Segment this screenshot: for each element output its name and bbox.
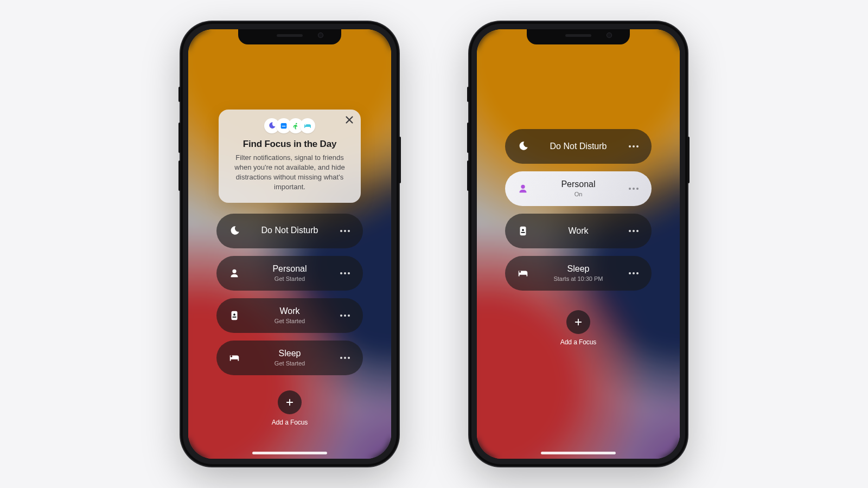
moon-icon	[517, 140, 529, 152]
add-focus-label: Add a Focus	[272, 419, 308, 426]
volume-down	[467, 160, 469, 191]
person-icon	[517, 183, 529, 195]
focus-sublabel: On	[531, 191, 626, 198]
plus-icon	[573, 317, 583, 327]
more-button[interactable]	[337, 230, 353, 232]
focus-list: Do Not Disturb PersonalGet Started WorkG…	[216, 214, 363, 375]
focus-sublabel: Get Started	[242, 318, 337, 325]
focus-sleep[interactable]: SleepStarts at 10:30 PM	[505, 256, 652, 291]
more-button[interactable]	[337, 272, 353, 274]
volume-up	[178, 123, 181, 153]
focus-sublabel: Get Started	[242, 275, 337, 282]
bed-icon	[228, 352, 240, 364]
more-button[interactable]	[337, 314, 353, 317]
display-notch	[238, 29, 341, 44]
svg-rect-1	[281, 123, 287, 125]
focus-label: Do Not Disturb	[242, 226, 337, 236]
focus-sheet: Do Not Disturb PersonalOn Work	[477, 29, 680, 459]
home-indicator[interactable]	[541, 452, 616, 454]
intro-icon-row	[228, 118, 351, 133]
svg-point-7	[522, 229, 524, 231]
focus-label: Sleep	[242, 349, 337, 359]
focus-list: Do Not Disturb PersonalOn Work	[505, 129, 652, 291]
intro-card: Find Focus in the Day Filter notificatio…	[219, 110, 361, 203]
focus-label: Sleep	[531, 264, 626, 274]
plus-icon	[285, 397, 295, 407]
focus-sleep[interactable]: SleepGet Started	[216, 341, 363, 375]
add-focus-button[interactable]	[278, 390, 302, 414]
svg-rect-2	[282, 126, 286, 126]
focus-work[interactable]: Work	[505, 214, 652, 248]
more-button[interactable]	[626, 230, 642, 232]
marketing-stage: Find Focus in the Day Filter notificatio…	[0, 0, 868, 488]
side-button	[687, 137, 690, 183]
focus-sheet: Find Focus in the Day Filter notificatio…	[188, 29, 391, 459]
display-notch	[527, 29, 630, 44]
phone-right: Do Not Disturb PersonalOn Work	[469, 22, 687, 466]
svg-rect-5	[232, 317, 236, 318]
focus-personal-active[interactable]: PersonalOn	[505, 171, 652, 206]
phone-left: Find Focus in the Day Filter notificatio…	[181, 22, 399, 466]
side-button	[399, 137, 401, 183]
volume-up	[467, 123, 469, 153]
volume-down	[178, 160, 181, 191]
svg-point-4	[233, 313, 235, 316]
focus-label: Do Not Disturb	[531, 142, 626, 152]
badge-icon	[517, 225, 529, 237]
bed-icon	[300, 118, 315, 133]
svg-rect-8	[521, 232, 525, 233]
more-button[interactable]	[337, 357, 353, 359]
moon-icon	[228, 225, 240, 237]
focus-dnd[interactable]: Do Not Disturb	[505, 129, 652, 164]
badge-icon	[228, 310, 240, 322]
more-button[interactable]	[626, 145, 642, 147]
add-focus-button[interactable]	[566, 310, 590, 334]
focus-personal[interactable]: PersonalGet Started	[216, 256, 363, 291]
person-icon	[228, 267, 240, 279]
bed-icon	[517, 267, 529, 279]
focus-label: Work	[531, 226, 626, 236]
focus-sublabel: Starts at 10:30 PM	[531, 275, 626, 282]
close-button[interactable]	[343, 114, 355, 126]
focus-work[interactable]: WorkGet Started	[216, 298, 363, 333]
focus-label: Personal	[242, 264, 337, 274]
focus-dnd[interactable]: Do Not Disturb	[216, 214, 363, 248]
add-focus-label: Add a Focus	[560, 338, 596, 346]
close-icon	[343, 114, 355, 126]
more-button[interactable]	[626, 272, 642, 274]
focus-sublabel: Get Started	[242, 360, 337, 367]
mute-switch	[467, 87, 469, 102]
focus-label: Personal	[531, 179, 626, 190]
mute-switch	[178, 87, 181, 102]
focus-label: Work	[242, 306, 337, 317]
intro-title: Find Focus in the Day	[228, 139, 351, 150]
intro-body: Filter notifications, signal to friends …	[228, 153, 351, 192]
more-button[interactable]	[626, 188, 642, 190]
home-indicator[interactable]	[252, 452, 327, 454]
